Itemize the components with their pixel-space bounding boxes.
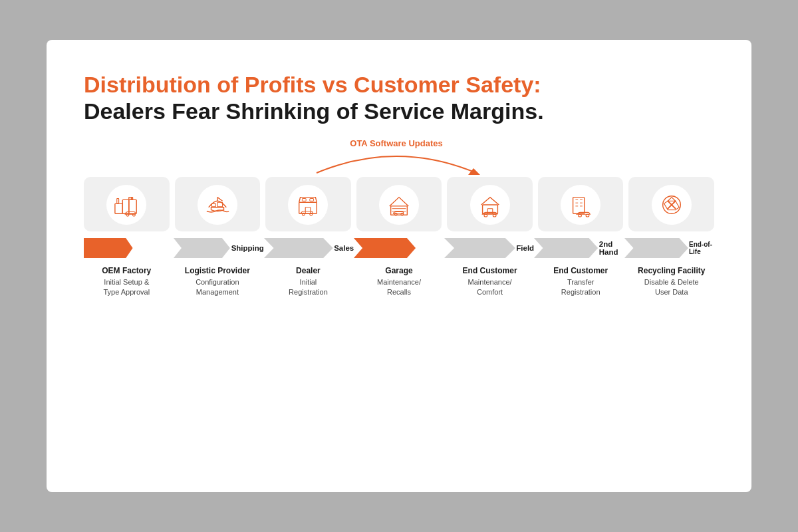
icon-circle-service <box>379 185 419 225</box>
arrow-shape-service <box>354 237 416 259</box>
stage-card-production <box>84 177 170 231</box>
icon-circle-production <box>106 185 146 225</box>
stage-card-endoflife <box>628 177 714 231</box>
svg-rect-9 <box>211 203 215 207</box>
entity-field: End Customer <box>463 266 517 275</box>
arrow-shape-secondhand <box>534 237 599 259</box>
svg-marker-39 <box>174 238 230 258</box>
title-black: Dealers Fear Shrinking of Service Margin… <box>84 98 714 125</box>
ota-arc-arrow <box>310 150 483 176</box>
svg-point-33 <box>579 214 582 217</box>
entity-sales: Dealer <box>296 266 321 275</box>
entity-service: Garage <box>385 266 412 275</box>
entity-secondhand: End Customer <box>553 266 608 275</box>
info-rows: OEM Factory Initial Setup &Type Approval… <box>84 263 714 297</box>
stage-card-sales <box>265 177 351 231</box>
svg-rect-6 <box>117 198 119 203</box>
entity-endoflife: Recycling Facility <box>638 266 705 275</box>
house-car-icon <box>477 192 503 217</box>
svg-rect-23 <box>487 209 493 214</box>
arrow-secondhand: 2nd Hand <box>534 237 624 259</box>
svg-marker-43 <box>534 238 598 258</box>
info-col-field: End Customer Maintenance/Comfort <box>447 263 533 297</box>
svg-marker-41 <box>354 238 416 258</box>
arrow-sales: Sales <box>264 237 354 259</box>
info-col-endoflife: Recycling Facility Disable & DeleteUser … <box>628 263 714 297</box>
svg-point-24 <box>484 214 487 217</box>
svg-rect-14 <box>310 198 314 201</box>
arrow-label-field: Field <box>516 244 534 252</box>
arrows-row: Production Shipping Sales Service <box>84 237 714 259</box>
info-col-shipping: Logistic Provider ConfigurationManagemen… <box>175 263 261 297</box>
info-col-service: Garage Maintenance/Recalls <box>356 263 442 297</box>
entity-shipping: Logistic Provider <box>185 266 250 275</box>
title-orange: Distribution of Profits vs Customer Safe… <box>84 72 714 98</box>
stage-card-field <box>447 177 533 231</box>
svg-marker-38 <box>84 238 133 258</box>
info-col-production: OEM Factory Initial Setup &Type Approval <box>84 263 170 297</box>
icon-circle-secondhand <box>561 185 600 225</box>
icons-row <box>84 177 714 231</box>
svg-marker-42 <box>444 238 515 258</box>
icon-circle-sales <box>288 185 328 225</box>
entity-production: OEM Factory <box>102 266 151 275</box>
icon-circle-shipping <box>198 185 237 225</box>
arrow-label-endoflife: End-of-Life <box>689 241 714 255</box>
arrow-label-production: Production <box>134 244 174 252</box>
svg-point-25 <box>493 214 496 217</box>
arrow-shape-shipping <box>174 237 231 259</box>
info-col-sales: Dealer InitialRegistration <box>265 263 351 297</box>
icon-circle-field <box>470 185 510 225</box>
arrow-field: Field <box>444 237 534 259</box>
desc-secondhand: TransferRegistration <box>561 277 600 297</box>
icon-circle-endoflife <box>652 185 692 225</box>
svg-rect-12 <box>306 207 311 214</box>
desc-endoflife: Disable & DeleteUser Data <box>644 277 699 297</box>
svg-rect-1 <box>115 203 122 213</box>
arrow-shape-production <box>84 237 134 259</box>
dealer-icon <box>295 192 321 217</box>
svg-rect-26 <box>573 197 585 213</box>
arrow-shape-field <box>444 237 517 259</box>
factory-icon <box>114 192 139 217</box>
arrow-shape-endoflife <box>624 237 689 259</box>
arrow-label-service: Service <box>417 244 444 252</box>
arrow-endoflife: End-of-Life <box>624 237 714 259</box>
ota-label: OTA Software Updates <box>350 138 442 148</box>
desc-sales: InitialRegistration <box>289 277 328 297</box>
stage-card-shipping <box>175 177 261 231</box>
arrow-label-shipping: Shipping <box>231 244 264 252</box>
desc-shipping: ConfigurationManagement <box>196 277 239 297</box>
svg-rect-5 <box>131 197 132 200</box>
stage-card-secondhand <box>538 177 624 231</box>
arrow-service: Service <box>354 237 444 259</box>
arrow-production: Production <box>84 237 174 259</box>
svg-point-34 <box>586 214 589 217</box>
desc-production: Initial Setup &Type Approval <box>103 277 150 297</box>
desc-service: Maintenance/Recalls <box>377 277 421 297</box>
diagram-area: OTA Software Updates <box>84 144 714 468</box>
building-car-icon <box>568 192 593 217</box>
ship-icon <box>205 192 230 217</box>
svg-marker-44 <box>624 238 688 258</box>
arrow-label-sales: Sales <box>334 244 354 252</box>
svg-rect-13 <box>303 198 307 201</box>
arrow-shape-sales <box>264 237 334 259</box>
arrow-shipping: Shipping <box>174 237 263 259</box>
arrow-label-secondhand: 2nd Hand <box>599 240 624 256</box>
svg-marker-0 <box>468 168 480 175</box>
garage-icon <box>386 192 412 217</box>
ota-label-container: OTA Software Updates <box>290 138 503 181</box>
recycle-cross-icon <box>659 192 684 217</box>
svg-marker-40 <box>264 238 333 258</box>
desc-field: Maintenance/Comfort <box>468 277 512 297</box>
slide: Distribution of Profits vs Customer Safe… <box>47 40 751 492</box>
info-col-secondhand: End Customer TransferRegistration <box>538 263 624 297</box>
stage-card-service <box>356 177 442 231</box>
